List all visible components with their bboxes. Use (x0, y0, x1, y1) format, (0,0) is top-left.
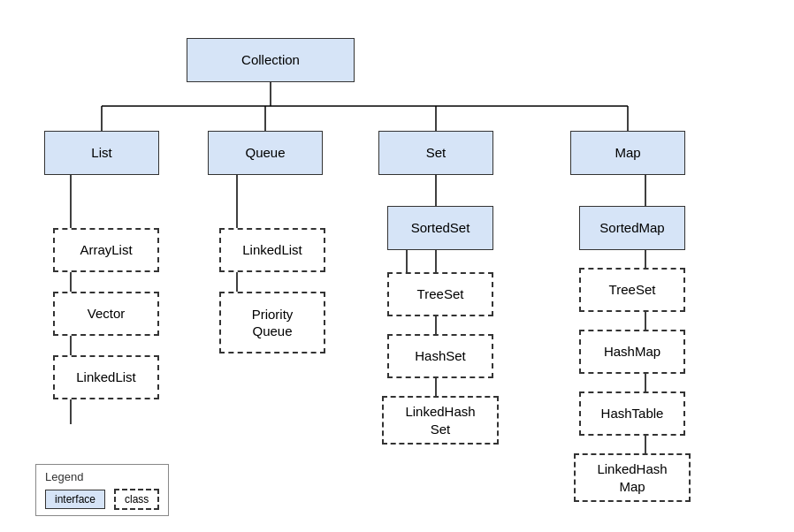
linkedhashmap-node: LinkedHash Map (574, 453, 691, 502)
hashtable-node: HashTable (579, 391, 685, 436)
map-node: Map (570, 131, 685, 175)
list-node: List (44, 131, 159, 175)
legend-title: Legend (45, 470, 159, 483)
diagram: Collection List Queue Set Map ArrayList … (0, 0, 794, 532)
vector-node: Vector (53, 292, 159, 336)
arraylist-node: ArrayList (53, 228, 159, 272)
hashmap-node: HashMap (579, 330, 685, 374)
hashset-node: HashSet (387, 334, 493, 378)
collection-node: Collection (187, 38, 355, 82)
sortedset-node: SortedSet (387, 206, 493, 250)
priority-queue-node: Priority Queue (219, 292, 325, 353)
set-node: Set (378, 131, 493, 175)
treeset-node: TreeSet (387, 272, 493, 316)
legend-interface: interface (45, 490, 105, 509)
treeset-map-node: TreeSet (579, 268, 685, 312)
linkedlist-list-node: LinkedList (53, 355, 159, 399)
legend-class: class (114, 489, 159, 510)
sortedmap-node: SortedMap (579, 206, 685, 250)
linkedlist-queue-node: LinkedList (219, 228, 325, 272)
legend-box: Legend interface class (35, 464, 169, 516)
queue-node: Queue (208, 131, 323, 175)
linkedhashset-node: LinkedHash Set (382, 396, 499, 445)
legend-items: interface class (45, 489, 159, 510)
